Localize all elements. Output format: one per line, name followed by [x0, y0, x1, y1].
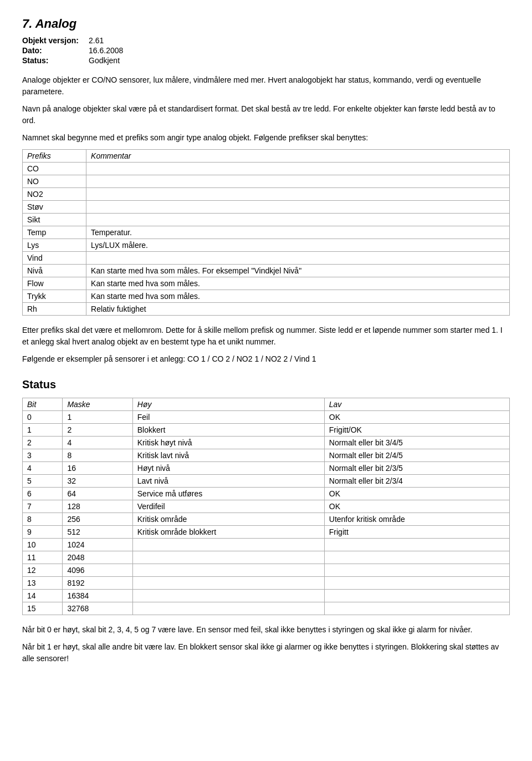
- status-cell-hoy: Høyt nivå: [132, 462, 324, 475]
- status-cell-bit: 12: [23, 564, 63, 577]
- status-cell-maske: 32: [63, 475, 132, 488]
- status-cell-maske: 256: [63, 513, 132, 526]
- status-cell-hoy: Service må utføres: [132, 488, 324, 500]
- prefix-cell: CO: [23, 163, 86, 175]
- status-cell-maske: 32768: [63, 602, 132, 615]
- prefix-table-row: NivåKan starte med hva som måles. For ek…: [23, 265, 510, 277]
- status-cell-maske: 8192: [63, 577, 132, 590]
- prefix-cell: Rh: [23, 303, 86, 316]
- prefix-cell: Støv: [23, 201, 86, 214]
- status-cell-bit: 6: [23, 488, 63, 500]
- status-table-row: 24Kritisk høyt nivåNormalt eller bit 3/4…: [23, 437, 510, 449]
- status-cell-bit: 8: [23, 513, 63, 526]
- comment-cell: Kan starte med hva som måles. For eksemp…: [86, 265, 510, 277]
- status-cell-bit: 13: [23, 577, 63, 590]
- status-cell-lav: OK: [324, 500, 509, 513]
- status-cell-lav: [324, 602, 509, 615]
- version-value: 2.61: [89, 35, 127, 45]
- status-cell-hoy: Verdifeil: [132, 500, 324, 513]
- status-cell-maske: 512: [63, 526, 132, 539]
- status-cell-maske: 2048: [63, 551, 132, 564]
- status-cell-lav: Frigitt: [324, 526, 509, 539]
- status-cell-lav: [324, 577, 509, 590]
- status-col-header: Lav: [324, 398, 509, 411]
- prefix-cell: Nivå: [23, 265, 86, 277]
- version-label: Objekt versjon:: [22, 35, 89, 45]
- status-cell-hoy: [132, 590, 324, 602]
- meta-table: Objekt versjon: 2.61 Dato: 16.6.2008 Sta…: [22, 35, 127, 65]
- prefix-cell: Vind: [23, 252, 86, 265]
- intro-para-3: Namnet skal begynne med et prefiks som a…: [22, 132, 510, 144]
- status-cell-bit: 15: [23, 602, 63, 615]
- status-cell-hoy: Kritisk område blokkert: [132, 526, 324, 539]
- status-table-row: 38Kritisk lavt nivåNormalt eller bit 2/4…: [23, 449, 510, 462]
- prefix-table-row: NO2: [23, 188, 510, 201]
- status-table-row: 138192: [23, 577, 510, 590]
- status-col-header: Bit: [23, 398, 63, 411]
- prefix-table: Prefiks Kommentar CONONO2StøvSiktTempTem…: [22, 149, 510, 316]
- comment-cell: [86, 214, 510, 226]
- intro-para-1: Analoge objekter er CO/NO sensorer, lux …: [22, 74, 510, 98]
- page-title: 7. Analog: [22, 17, 510, 31]
- status-table-row: 7128VerdifeilOK: [23, 500, 510, 513]
- status-table-row: 416Høyt nivåNormalt eller bit 2/3/5: [23, 462, 510, 475]
- comment-cell: [86, 252, 510, 265]
- comment-cell: [86, 175, 510, 188]
- status-cell-lav: [324, 564, 509, 577]
- prefix-cell: NO2: [23, 188, 86, 201]
- status-cell-maske: 8: [63, 449, 132, 462]
- status-cell-bit: 3: [23, 449, 63, 462]
- prefix-table-row: NO: [23, 175, 510, 188]
- status-table-row: 01FeilOK: [23, 411, 510, 424]
- status-col-header: Høy: [132, 398, 324, 411]
- status-cell-lav: Utenfor kritisk område: [324, 513, 509, 526]
- status-table-row: 8256Kritisk områdeUtenfor kritisk område: [23, 513, 510, 526]
- closing-para-2: Når bit 1 er høyt, skal alle andre bit v…: [22, 641, 510, 664]
- comment-cell: Lys/LUX målere.: [86, 239, 510, 252]
- status-cell-maske: 4096: [63, 564, 132, 577]
- prefix-table-row: Støv: [23, 201, 510, 214]
- status-cell-hoy: [132, 551, 324, 564]
- status-cell-bit: 4: [23, 462, 63, 475]
- prefix-table-row: FlowKan starte med hva som måles.: [23, 277, 510, 290]
- comment-cell: [86, 201, 510, 214]
- status-cell-hoy: Kritisk område: [132, 513, 324, 526]
- status-cell-hoy: Lavt nivå: [132, 475, 324, 488]
- status-cell-bit: 1: [23, 424, 63, 437]
- status-cell-lav: Frigitt/OK: [324, 424, 509, 437]
- date-label: Dato:: [22, 45, 89, 55]
- prefix-table-row: TrykkKan starte med hva som måles.: [23, 290, 510, 303]
- status-table-row: 124096: [23, 564, 510, 577]
- prefix-table-row: CO: [23, 163, 510, 175]
- status-cell-hoy: [132, 539, 324, 551]
- suffix-para-2: Følgende er eksempler på sensorer i et a…: [22, 353, 510, 365]
- status-table-row: 1532768: [23, 602, 510, 615]
- closing-para-1: Når bit 0 er høyt, skal bit 2, 3, 4, 5 o…: [22, 624, 510, 636]
- status-cell-hoy: [132, 602, 324, 615]
- intro-para-2: Navn på analoge objekter skal være på et…: [22, 103, 510, 126]
- status-cell-bit: 10: [23, 539, 63, 551]
- status-table-row: 532Lavt nivåNormalt eller bit 2/3/4: [23, 475, 510, 488]
- status-cell-bit: 11: [23, 551, 63, 564]
- status-cell-hoy: Blokkert: [132, 424, 324, 437]
- status-cell-bit: 0: [23, 411, 63, 424]
- prefix-col-header: Prefiks: [23, 150, 86, 163]
- status-cell-lav: Normalt eller bit 2/3/4: [324, 475, 509, 488]
- prefix-cell: Lys: [23, 239, 86, 252]
- status-cell-maske: 4: [63, 437, 132, 449]
- status-cell-hoy: Kritisk høyt nivå: [132, 437, 324, 449]
- status-table-row: 101024: [23, 539, 510, 551]
- prefix-table-row: LysLys/LUX målere.: [23, 239, 510, 252]
- comment-col-header: Kommentar: [86, 150, 510, 163]
- prefix-cell: Temp: [23, 226, 86, 239]
- status-cell-maske: 1: [63, 411, 132, 424]
- prefix-cell: Flow: [23, 277, 86, 290]
- prefix-cell: NO: [23, 175, 86, 188]
- status-cell-bit: 14: [23, 590, 63, 602]
- status-cell-maske: 16: [63, 462, 132, 475]
- status-cell-lav: Normalt eller bit 2/3/5: [324, 462, 509, 475]
- prefix-table-row: TempTemperatur.: [23, 226, 510, 239]
- status-cell-lav: Normalt eller bit 2/4/5: [324, 449, 509, 462]
- status-cell-lav: OK: [324, 411, 509, 424]
- status-cell-maske: 128: [63, 500, 132, 513]
